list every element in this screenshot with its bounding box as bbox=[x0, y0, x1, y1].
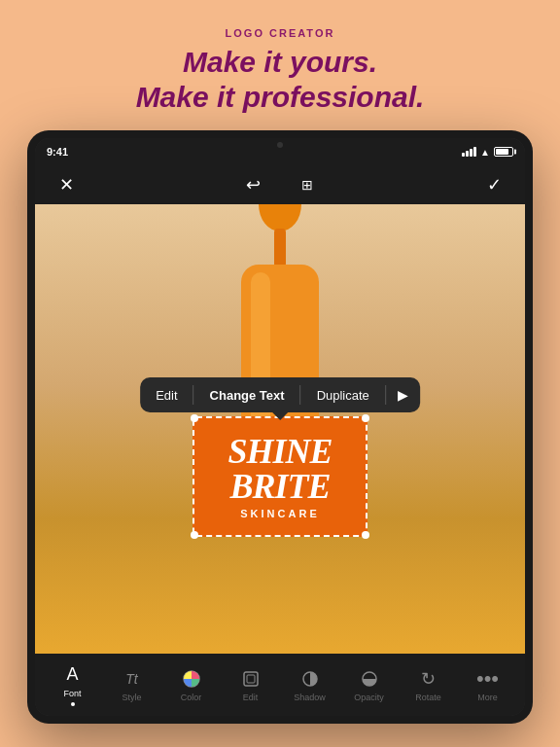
edit-tool-icon bbox=[242, 668, 260, 690]
more-tool-label: More bbox=[477, 693, 498, 702]
device-screen: 9:41 ▲ ✕ ↩ bbox=[35, 138, 525, 716]
undo-button[interactable]: ↩ bbox=[237, 169, 268, 200]
tagline: Make it yours. Make it professional. bbox=[136, 45, 425, 115]
tagline-line1: Make it yours. bbox=[183, 46, 377, 78]
tool-opacity[interactable]: Opacity bbox=[348, 668, 391, 702]
device-wrapper: 9:41 ▲ ✕ ↩ bbox=[27, 130, 533, 724]
layers-icon: ⊞ bbox=[301, 177, 313, 193]
tool-style[interactable]: Tt Style bbox=[111, 668, 154, 702]
duplicate-button[interactable]: Duplicate bbox=[301, 378, 385, 412]
style-label: Style bbox=[122, 693, 141, 702]
status-icons: ▲ bbox=[462, 147, 513, 158]
tool-color[interactable]: Color bbox=[170, 668, 213, 702]
tagline-line2: Make it professional. bbox=[136, 81, 425, 113]
edit-button[interactable]: Edit bbox=[140, 378, 192, 412]
style-icon: Tt bbox=[125, 668, 137, 690]
checkmark-icon: ✓ bbox=[487, 174, 502, 196]
shadow-label: Shadow bbox=[294, 693, 326, 702]
done-button[interactable]: ✓ bbox=[478, 169, 509, 200]
svg-rect-8 bbox=[247, 675, 255, 683]
tool-font[interactable]: A Font bbox=[52, 664, 94, 706]
font-active-dot bbox=[71, 702, 75, 706]
opacity-icon bbox=[361, 668, 378, 690]
badge-label: LOGO CREATOR bbox=[136, 27, 425, 39]
logo-element[interactable]: SHINE BRITE SKINCARE bbox=[192, 416, 368, 537]
tool-rotate[interactable]: ↻ Rotate bbox=[407, 668, 450, 702]
layers-button[interactable]: ⊞ bbox=[292, 169, 323, 200]
svg-rect-1 bbox=[274, 229, 286, 267]
font-label: Font bbox=[63, 689, 81, 698]
more-tool-icon: ••• bbox=[476, 668, 499, 690]
logo-main-text: SHINE BRITE bbox=[214, 434, 346, 504]
color-label: Color bbox=[181, 693, 202, 702]
top-toolbar: ✕ ↩ ⊞ ✓ bbox=[35, 165, 525, 204]
signal-icon bbox=[462, 147, 476, 157]
svg-rect-7 bbox=[244, 672, 258, 686]
svg-point-0 bbox=[259, 204, 301, 231]
camera-dot bbox=[277, 142, 283, 148]
toolbar-center-icons: ↩ ⊞ bbox=[237, 169, 323, 200]
more-button[interactable]: ▶ bbox=[386, 377, 420, 412]
logo-subtitle: SKINCARE bbox=[214, 508, 346, 519]
header-section: LOGO CREATOR Make it yours. Make it prof… bbox=[136, 0, 425, 130]
font-icon: A bbox=[66, 664, 78, 686]
corner-bl bbox=[191, 531, 198, 539]
bottom-toolbar: A Font Tt Style Color bbox=[35, 654, 525, 716]
tool-more[interactable]: ••• More bbox=[467, 668, 509, 702]
corner-tr bbox=[362, 414, 369, 422]
undo-icon: ↩ bbox=[246, 174, 261, 196]
close-button[interactable]: ✕ bbox=[51, 169, 82, 200]
corner-tl bbox=[191, 414, 198, 422]
opacity-label: Opacity bbox=[354, 693, 384, 702]
status-time: 9:41 bbox=[47, 146, 68, 158]
close-icon: ✕ bbox=[59, 174, 74, 196]
wifi-icon: ▲ bbox=[480, 147, 490, 158]
tool-shadow[interactable]: Shadow bbox=[289, 668, 332, 702]
rotate-icon: ↻ bbox=[421, 668, 436, 690]
product-image-bg: Edit Change Text Duplicate ▶ bbox=[35, 204, 525, 654]
color-icon bbox=[183, 668, 200, 690]
rotate-label: Rotate bbox=[415, 693, 441, 702]
context-menu: Edit Change Text Duplicate ▶ bbox=[140, 377, 420, 412]
edit-tool-label: Edit bbox=[243, 693, 259, 702]
more-icon: ▶ bbox=[398, 387, 408, 403]
shadow-icon bbox=[301, 668, 319, 690]
battery-icon bbox=[494, 147, 513, 157]
tool-edit[interactable]: Edit bbox=[229, 668, 272, 702]
corner-br bbox=[362, 531, 369, 539]
change-text-button[interactable]: Change Text bbox=[194, 378, 300, 412]
canvas-area[interactable]: Edit Change Text Duplicate ▶ bbox=[35, 204, 525, 654]
